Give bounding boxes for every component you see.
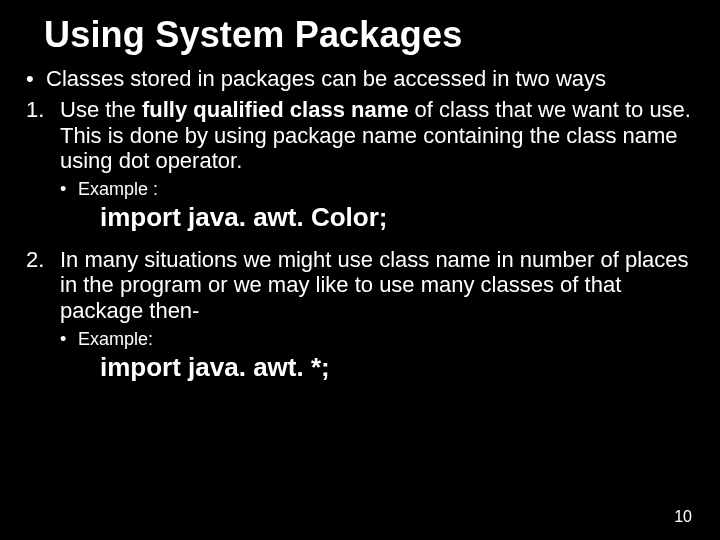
example-label-row: • Example : [60, 179, 694, 200]
bullet-dot-icon: • [60, 179, 78, 200]
intro-bullet: • Classes stored in packages can be acce… [26, 66, 694, 91]
item-body: Use the fully qualified class name of cl… [60, 97, 694, 173]
slide: Using System Packages • Classes stored i… [0, 0, 720, 540]
intro-text: Classes stored in packages can be access… [46, 66, 606, 91]
item-pre: Use the [60, 97, 142, 122]
slide-title: Using System Packages [44, 14, 694, 56]
code-example: import java. awt. Color; [100, 202, 694, 233]
page-number: 10 [674, 508, 692, 526]
bullet-dot-icon: • [26, 66, 46, 91]
code-example: import java. awt. *; [100, 352, 694, 383]
item-number: 1. [26, 97, 60, 173]
bullet-dot-icon: • [60, 329, 78, 350]
item-number: 2. [26, 247, 60, 323]
item-body: In many situations we might use class na… [60, 247, 694, 323]
example-label-row: • Example: [60, 329, 694, 350]
example-label: Example : [78, 179, 158, 200]
list-item: 2. In many situations we might use class… [26, 247, 694, 323]
list-item: 1. Use the fully qualified class name of… [26, 97, 694, 173]
example-label: Example: [78, 329, 153, 350]
item-post: In many situations we might use class na… [60, 247, 689, 323]
item-bold: fully qualified class name [142, 97, 409, 122]
